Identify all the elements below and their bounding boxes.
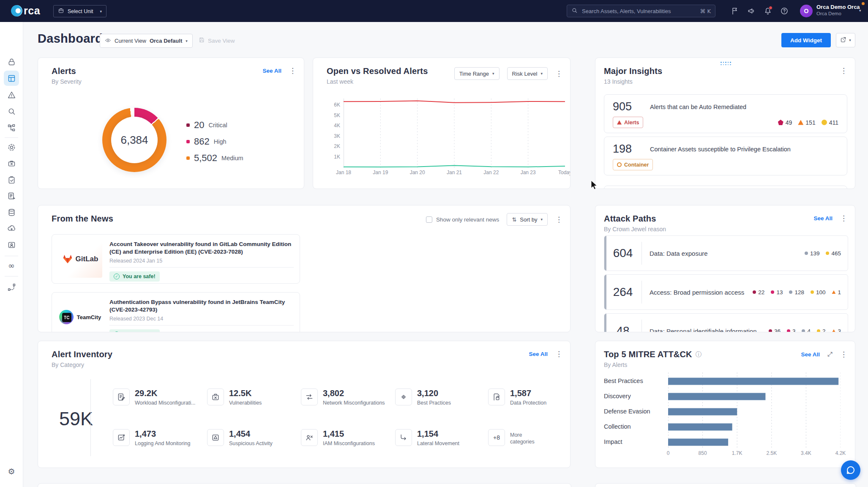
sidebar-item-dashboard-icon <box>7 74 16 83</box>
inventory-category-data-protection[interactable]: 1,587Data Protection <box>488 389 570 406</box>
add-widget-button[interactable]: Add Widget <box>781 33 831 47</box>
sidebar-item-cloud-assets-icon <box>7 224 16 233</box>
global-search[interactable]: ⌘ K <box>567 5 715 17</box>
severity-chip: 128 <box>789 289 804 295</box>
sidebar-item-dashboard[interactable] <box>4 71 19 86</box>
orca-dashboard-app: rca Select Unit ▾ ⌘ K O Orca Demo Orca O… <box>0 0 868 487</box>
sidebar-item-vulnerabilities[interactable] <box>4 156 19 171</box>
data-protection-glyph <box>492 393 501 401</box>
attack-path-row[interactable]: 604Data: Data exposure139465 <box>604 235 848 271</box>
mitre-see-all-link[interactable]: See All <box>801 351 820 358</box>
data-protection-icon <box>488 389 505 405</box>
legend-swatch <box>186 140 190 143</box>
kebab-menu-icon[interactable]: ⋮ <box>555 70 562 77</box>
insight-card[interactable]: 905Alerts that can be Auto RemediatedAle… <box>604 94 847 133</box>
sort-by-dropdown[interactable]: ⇅ Sort by ▾ <box>507 213 548 226</box>
inventory-see-all-link[interactable]: See All <box>529 351 548 357</box>
x-axis-tick-label: 2.5K <box>763 450 780 456</box>
teamcity-logo-text: TeamCity <box>77 314 101 320</box>
sidebar-item-compliance[interactable] <box>4 172 19 187</box>
sidebar-item-identities[interactable] <box>4 237 19 252</box>
circle-icon <box>822 120 827 125</box>
inventory-category-best-practices[interactable]: 3,120Best Practices <box>395 389 485 406</box>
kebab-menu-icon[interactable]: ⋮ <box>555 216 562 223</box>
widget-drag-handle[interactable] <box>721 62 732 65</box>
insight-card[interactable] <box>604 186 847 189</box>
kebab-menu-icon[interactable]: ⋮ <box>840 67 847 74</box>
alerts-see-all-link[interactable]: See All <box>262 68 281 74</box>
relevant-news-checkbox[interactable] <box>426 216 432 223</box>
sidebar-item-asset-graph[interactable] <box>4 120 19 135</box>
alert-inventory-widget: Alert Inventory By Category See All ⋮ 59… <box>38 341 570 468</box>
triangle-icon <box>832 290 835 294</box>
kebab-menu-icon[interactable]: ⋮ <box>555 350 562 358</box>
sidebar-item-data-security[interactable] <box>4 205 19 220</box>
user-menu-caret[interactable]: ▾ <box>859 8 861 13</box>
insight-tag-container[interactable]: Container <box>613 159 653 170</box>
search-input[interactable] <box>581 8 696 15</box>
support-chat-button[interactable] <box>841 460 860 480</box>
legend-swatch <box>186 123 190 127</box>
flag-icon[interactable] <box>731 7 739 15</box>
orca-logo[interactable]: rca <box>11 5 40 17</box>
notifications-bell-icon[interactable] <box>764 7 772 15</box>
sidebar-item-compliance-lock[interactable] <box>4 54 19 69</box>
inventory-category-logging[interactable]: 1,473Logging And Monitoring <box>113 429 202 447</box>
kebab-menu-icon[interactable]: ⋮ <box>840 351 847 358</box>
sidebar-item-policies[interactable] <box>4 188 19 203</box>
severity-chip-value: 100 <box>816 289 826 295</box>
severity-chip: 22 <box>753 289 764 295</box>
inventory-category-more[interactable]: +8More categories <box>488 429 570 446</box>
kebab-menu-icon[interactable]: ⋮ <box>289 67 296 74</box>
kebab-menu-icon[interactable]: ⋮ <box>840 215 847 222</box>
sidebar-item-alerts[interactable] <box>4 87 19 102</box>
attack-path-row[interactable]: 48Data: Personal identifiable informatio… <box>604 313 848 332</box>
news-item[interactable]: TCTeamCityAuthentication Bypass vulnerab… <box>52 292 300 332</box>
dot-icon <box>787 329 790 332</box>
iam-glyph <box>305 433 314 442</box>
news-item[interactable]: GitLabAccount Takeover vulnerability fou… <box>52 234 300 284</box>
x-axis-tick-label: 1.7K <box>729 450 745 456</box>
info-icon[interactable]: ⓘ <box>696 351 701 358</box>
attack-path-row[interactable]: 264Access: Broad permission access221312… <box>604 274 848 310</box>
user-avatar[interactable]: O <box>800 5 813 17</box>
announcements-icon[interactable] <box>747 7 756 15</box>
inventory-category-workload[interactable]: 29.2KWorkload Misconfigurati... <box>113 389 202 406</box>
sidebar-item-radar[interactable] <box>4 140 19 155</box>
sidebar-item-cloud-assets[interactable] <box>4 221 19 236</box>
inventory-category-vulnerabilities[interactable]: 12.5KVulnerabilities <box>207 389 297 406</box>
sidebar-item-attack-paths[interactable] <box>4 279 19 295</box>
attack-paths-widget: Attack Paths By Crown Jewel reason See A… <box>595 205 855 332</box>
risk-level-dropdown[interactable]: Risk Level ▾ <box>507 67 548 80</box>
suspicious-icon <box>207 429 224 446</box>
insight-card[interactable]: 198Container Assets susceptible to Privi… <box>604 137 847 175</box>
inventory-value: 1,154 <box>417 429 459 438</box>
inventory-category-lateral[interactable]: 1,154Lateral Movement <box>395 429 485 447</box>
insight-count: 905 <box>613 100 637 113</box>
alerts-legend-item: 20Critical <box>186 120 243 131</box>
save-view-button[interactable]: Save View <box>199 37 235 44</box>
severity-badges: 49151411 <box>778 119 838 126</box>
attack-path-label: Data: Personal identifiable information <box>650 328 769 333</box>
dot-icon <box>826 252 829 255</box>
inventory-category-iam[interactable]: 1,415IAM Misconfigurations <box>301 429 390 447</box>
relevant-news-label: Show only relevant news <box>436 216 499 223</box>
attack-paths-subtitle: By Crown Jewel reason <box>604 226 666 233</box>
sidebar-item-cicd[interactable]: ∞ <box>4 258 19 273</box>
current-view-dropdown[interactable]: Current View Orca Default ▾ <box>100 34 193 48</box>
inventory-category-suspicious[interactable]: 1,454Suspicious Activity <box>207 429 297 447</box>
y-axis-label: 3K <box>325 133 340 139</box>
insight-tag-alerts[interactable]: Alerts <box>613 117 643 128</box>
expand-icon[interactable]: ⤢ <box>827 350 833 358</box>
mitre-category-label: Impact <box>604 438 667 445</box>
attack-paths-see-all-link[interactable]: See All <box>813 215 833 222</box>
relevant-news-filter[interactable]: Show only relevant news <box>426 216 499 223</box>
help-icon[interactable] <box>780 7 789 15</box>
sidebar-item-search[interactable] <box>4 104 19 119</box>
select-unit-dropdown[interactable]: Select Unit ▾ <box>53 5 106 17</box>
inventory-category-network[interactable]: 3,802Network Misconfigurations <box>301 389 390 406</box>
sidebar-item-settings[interactable]: ⚙ <box>4 464 19 479</box>
time-range-dropdown[interactable]: Time Range ▾ <box>454 67 500 80</box>
inventory-value: 1,587 <box>510 389 546 398</box>
export-dropdown-button[interactable]: ▾ <box>836 33 855 47</box>
